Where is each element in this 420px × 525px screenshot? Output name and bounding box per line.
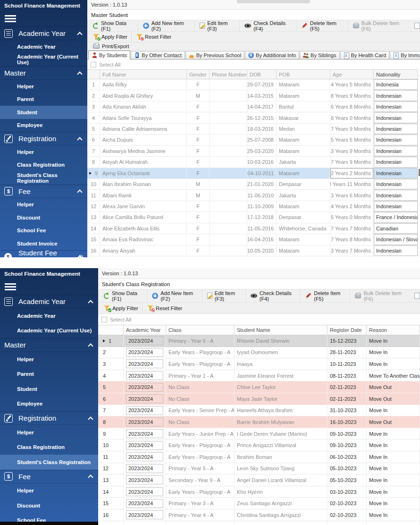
column-header[interactable]: Phone Number xyxy=(210,70,247,79)
table-row[interactable]: 2Abid Raqila Al GhifaryM14-03-2015Matara… xyxy=(87,90,418,101)
sidebar-section-sec-registration[interactable]: Registration xyxy=(0,132,87,145)
table-row[interactable]: 12023/2024Primary - Year 6 - ARhionin Da… xyxy=(98,335,420,347)
column-header[interactable]: Gender xyxy=(187,70,210,79)
sidebar-item-master-parent[interactable]: Parent xyxy=(0,367,98,382)
table-row[interactable]: 142023/2024Early Years - Playgroup - AKh… xyxy=(98,486,420,498)
edit-item-button[interactable]: Edit Item (F3) xyxy=(203,289,246,302)
add-new-item-button[interactable]: Add New Item (F2) xyxy=(148,289,203,302)
sidebar-section-sec-master[interactable]: Master xyxy=(0,66,87,80)
table-row[interactable]: 122023/2024Primary - Year 5 - ALeon Sky … xyxy=(98,463,420,475)
sidebar-item-master-student[interactable]: Student xyxy=(0,106,87,119)
tab-by-other-contact[interactable]: By Other Contact xyxy=(131,51,185,59)
sidebar-item-master-employee[interactable]: Employee xyxy=(0,119,87,132)
table-row[interactable]: 112023/2024Early Years - Playgroup - AIb… xyxy=(98,451,420,463)
sidebar-section-sec-registration[interactable]: Registration xyxy=(0,411,98,425)
table-row[interactable]: 132023/2024Secondary - Year 9 - AAngel D… xyxy=(98,474,420,486)
column-header[interactable]: POB xyxy=(277,70,330,79)
sidebar-section-sec-academic-year[interactable]: Academic Year xyxy=(0,26,87,40)
sidebar-item-master-helper[interactable]: Helper xyxy=(0,80,87,93)
edit-item-button[interactable]: Edit Item (F3) xyxy=(195,20,240,31)
sidebar-item-registration-helper[interactable]: Helper xyxy=(0,425,98,440)
column-header[interactable]: Student Name xyxy=(235,325,328,335)
tab-by-immunisation[interactable]: By Immunisation xyxy=(390,51,420,59)
column-header[interactable]: Full Name xyxy=(100,70,187,79)
column-header[interactable]: Register Date xyxy=(328,325,367,335)
sidebar-item-master-employee[interactable]: Employee xyxy=(0,397,98,412)
tab-by-siblings[interactable]: By Siblings xyxy=(300,51,339,59)
sidebar-section-sec-academic-year[interactable]: Academic Year xyxy=(0,295,98,308)
column-header[interactable]: Academic Year xyxy=(124,325,166,335)
hamburger-menu-icon[interactable] xyxy=(5,283,16,290)
tab-by-previous-school[interactable]: By Previous School xyxy=(185,51,244,59)
table-row[interactable]: 92023/2024Early Years - Junior Prep - AI… xyxy=(98,428,420,440)
bulk-delete-checkbox[interactable] xyxy=(414,293,420,299)
sidebar-item-academic-year-current[interactable]: Academic Year (Current Use) xyxy=(0,53,87,67)
check-details-button[interactable]: Check Details (F4) xyxy=(246,289,301,302)
table-row[interactable]: 32023/2024Early Years - Playgroup - AIna… xyxy=(98,358,420,370)
table-row[interactable]: 13Alice Camilla Brillu PaturelF17-12-201… xyxy=(87,212,418,223)
table-row[interactable]: 42023/2024Primary - Year 1 - AJasmine El… xyxy=(98,370,420,382)
table-row[interactable]: 62023/2024No ClassMaya Jade Taylor02-11-… xyxy=(98,393,420,405)
sidebar-section-sec-fee[interactable]: Fee xyxy=(0,185,87,198)
table-row[interactable]: 102023/2024Early Years - Playgroup - APr… xyxy=(98,440,420,451)
sidebar-item-master-helper[interactable]: Helper xyxy=(0,352,98,367)
sidebar-item-registration-class[interactable]: Class Registration xyxy=(0,159,87,172)
column-header[interactable]: Reason xyxy=(367,325,420,335)
table-row[interactable]: 4Adara Sofie TsurayyaF26-12-2015Makasar8… xyxy=(87,112,418,123)
show-data-button[interactable]: Show Data (F1) xyxy=(100,289,148,302)
table-row[interactable]: 15Amaia Eva RadovinacF16-04-2016Mataram7… xyxy=(87,234,418,245)
table-row[interactable]: 11Albani RamliM11-06-2010Jakarta13 Years… xyxy=(87,190,418,201)
column-header[interactable]: Class xyxy=(166,325,235,335)
sidebar-item-fee-helper[interactable]: Helper xyxy=(0,198,87,212)
table-row[interactable]: 10Alan Ibrahim RusnanM21-01-2020Denpasar… xyxy=(87,179,418,190)
show-data-button[interactable]: Show Data (F1) xyxy=(89,20,139,31)
table-row[interactable]: 14Aloe Elizabeth Akua EllisF11-05-2016Wh… xyxy=(87,223,418,234)
column-header[interactable]: DOB xyxy=(247,70,277,79)
sidebar-section-sec-master[interactable]: Master xyxy=(0,338,98,352)
apply-filter-button[interactable]: Apply Filter xyxy=(89,32,132,42)
table-row[interactable]: 3Ada Kinaran AkilahF14-04-2017Bantul6 Ye… xyxy=(87,102,418,112)
sidebar-item-academic-year[interactable]: Academic Year xyxy=(0,40,87,53)
reset-filter-button[interactable]: Reset Filter xyxy=(132,32,176,42)
sidebar-item-fee-student-invoice[interactable]: Student Invoice xyxy=(0,237,87,250)
column-header[interactable]: Age xyxy=(330,70,374,79)
table-row[interactable]: 16Amany AisyahF10-05-2020Mataram3 Years … xyxy=(87,246,418,256)
table-row[interactable]: 6Aicha DupuisF25-07-2008Mataram15 Years … xyxy=(87,135,418,145)
table-row[interactable]: 152023/2024Primary - Year 3 - AZeus Sant… xyxy=(98,498,420,509)
column-header[interactable] xyxy=(98,325,124,335)
sidebar-item-registration-student-class[interactable]: Student's Class Registration xyxy=(0,455,98,470)
tab-by-students[interactable]: By Students xyxy=(88,51,130,59)
table-row[interactable]: 82023/2024No ClassBarrie Ibrahim Mulyawa… xyxy=(98,416,420,428)
select-all-checkbox[interactable] xyxy=(101,317,107,322)
sidebar-item-fee-discount[interactable]: Discount xyxy=(0,211,87,224)
table-row[interactable]: 7Aishwarya Medina JasmineF29-03-2020Mata… xyxy=(87,146,418,157)
table-row[interactable]: 9Ajeng Eka OctariantiF04-10-2011Mataram1… xyxy=(87,168,418,179)
add-new-item-button[interactable]: Add New Item (F2) xyxy=(139,20,196,31)
sidebar-item-fee-helper[interactable]: Helper xyxy=(0,483,98,499)
tab-by-health-card[interactable]: By Health Card xyxy=(340,51,390,59)
table-row[interactable]: 12Alexa Jane GarvinF11-10-2009Mataram14 … xyxy=(87,201,418,212)
reset-filter-button[interactable]: Reset Filter xyxy=(143,303,186,313)
table-row[interactable]: 162023/2024Primary - Year 4 - AChristina… xyxy=(98,509,420,521)
print-export-button[interactable]: Print/Export xyxy=(89,42,133,50)
table-row[interactable]: 8Aisyah Al HumairahF10-03-2016Jakarta7 Y… xyxy=(87,157,418,168)
hamburger-menu-icon[interactable] xyxy=(5,15,16,22)
sidebar-item-fee-school-fee[interactable]: School Fee xyxy=(0,224,87,237)
sidebar-item-fee-discount[interactable]: Discount xyxy=(0,498,98,513)
sidebar-item-master-student[interactable]: Student xyxy=(0,381,98,397)
bulk-delete-checkbox[interactable] xyxy=(414,23,420,29)
table-row[interactable]: 72023/2024Early Years - Senior Prep - AH… xyxy=(98,405,420,417)
column-header[interactable] xyxy=(87,70,100,79)
table-row[interactable]: 5Adriana Callie AdriaenssensF18-03-2016M… xyxy=(87,124,418,135)
sidebar-section-sec-student-fee-payment[interactable]: Student Fee Payment xyxy=(0,250,87,258)
sidebar-section-sec-fee[interactable]: Fee xyxy=(0,470,98,483)
table-row[interactable]: 52023/2024No ClassChloe Lee Taylor02-11-… xyxy=(98,381,420,393)
sidebar-item-registration-class[interactable]: Class Registration xyxy=(0,440,98,455)
delete-item-button[interactable]: Delete Item (F5) xyxy=(301,289,351,302)
sidebar-item-master-parent[interactable]: Parent xyxy=(0,93,87,106)
column-header[interactable]: Nationality xyxy=(374,70,418,79)
sidebar-item-registration-student-class[interactable]: Student's Class Registration xyxy=(0,171,87,185)
sidebar-item-academic-year-current[interactable]: Academic Year (Current Use) xyxy=(0,323,98,339)
check-details-button[interactable]: Check Details (F4) xyxy=(240,20,297,31)
tab-by-additional-info[interactable]: By Additional Info xyxy=(245,51,299,59)
